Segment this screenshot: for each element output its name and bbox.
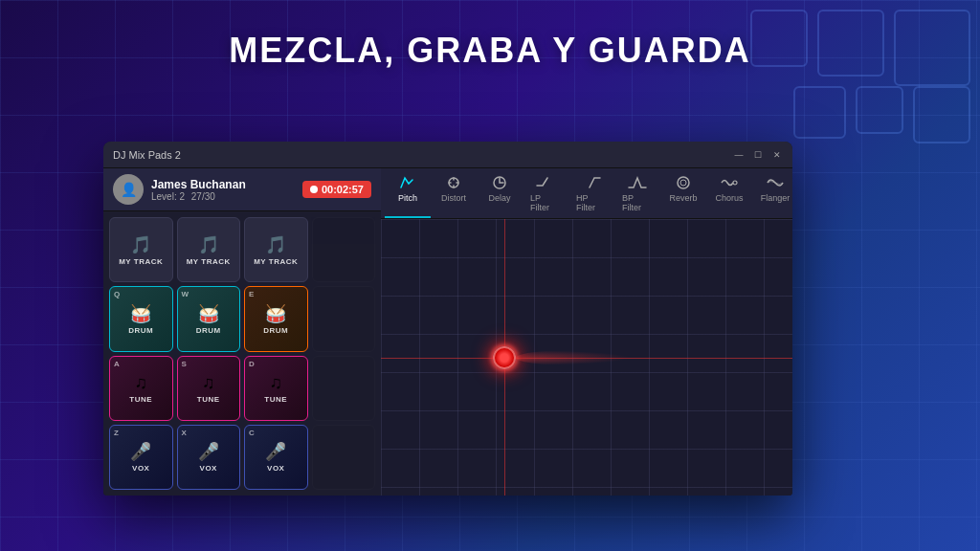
pad-icon: 🎤	[265, 441, 286, 462]
tab-pitch-label: Pitch	[398, 193, 417, 203]
pad-drum-3[interactable]: E 🥁 DRUM	[244, 286, 308, 351]
pad-label: MY TRACK	[119, 257, 163, 266]
pad-label: VOX	[267, 464, 284, 473]
pad-vox-1[interactable]: Z 🎤 VOX	[109, 425, 173, 490]
tab-reverb[interactable]: Reverb	[660, 168, 706, 218]
tab-distort-label: Distort	[441, 193, 466, 203]
pad-key: D	[249, 360, 255, 368]
pad-key: Z	[114, 429, 119, 437]
pad-icon: 🎵	[265, 234, 286, 255]
pads-grid: 🎵 MY TRACK 🎵 MY TRACK 🎵 MY TRACK Q 🥁 DRU…	[103, 211, 381, 496]
tab-reverb-label: Reverb	[669, 193, 697, 203]
pad-tune-3[interactable]: D ♫ TUNE	[244, 356, 308, 421]
pad-vox-3[interactable]: C 🎤 VOX	[244, 425, 308, 490]
pad-label: TUNE	[264, 395, 287, 404]
tab-hp-filter[interactable]: HP Filter	[568, 168, 614, 218]
pad-vox-2[interactable]: X 🎤 VOX	[177, 425, 241, 490]
app-title: DJ Mix Pads 2	[113, 149, 733, 161]
left-panel: 👤 James Buchanan Level: 2 27/30 00:02:57	[103, 168, 381, 496]
tab-delay-label: Delay	[488, 193, 510, 203]
pad-label: MY TRACK	[187, 257, 231, 266]
pad-hidden-2	[312, 286, 376, 351]
pad-label: DRUM	[263, 326, 288, 335]
tab-delay[interactable]: Delay	[477, 168, 523, 218]
pad-key: W	[182, 290, 189, 298]
pad-key: X	[182, 429, 187, 437]
main-content: 👤 James Buchanan Level: 2 27/30 00:02:57	[103, 168, 792, 496]
pad-tune-2[interactable]: S ♫ TUNE	[177, 356, 241, 421]
hp-filter-icon	[581, 174, 602, 191]
pad-drum-1[interactable]: Q 🥁 DRUM	[109, 286, 173, 351]
pad-icon: 🥁	[130, 303, 151, 324]
tab-distort[interactable]: Distort	[431, 168, 477, 218]
pad-track-3[interactable]: 🎵 MY TRACK	[244, 217, 308, 282]
pad-track-1[interactable]: 🎵 MY TRACK	[109, 217, 173, 282]
pad-key: E	[249, 290, 254, 298]
pad-label: VOX	[132, 464, 149, 473]
close-button[interactable]: ✕	[771, 149, 783, 161]
tab-bp-label: BP Filter	[622, 193, 653, 212]
pad-icon: ♫	[135, 373, 148, 393]
bg-sq-4	[913, 86, 970, 143]
pad-hidden-3	[312, 356, 376, 421]
pad-tune-1[interactable]: A ♫ TUNE	[109, 356, 173, 421]
tab-pitch[interactable]: Pitch	[385, 168, 431, 218]
xy-control-dot[interactable]	[493, 346, 516, 369]
page-title: MEZCLA, GRABA Y GUARDA	[0, 31, 980, 71]
glow-trail	[516, 350, 631, 365]
pad-key: A	[114, 360, 120, 368]
reverb-icon	[675, 174, 692, 191]
xy-pad[interactable]	[381, 219, 792, 496]
chorus-icon	[720, 174, 739, 191]
tab-hp-label: HP Filter	[576, 193, 607, 212]
user-info: James Buchanan Level: 2 27/30	[151, 178, 295, 202]
pad-label: VOX	[200, 464, 217, 473]
pad-label: DRUM	[196, 326, 221, 335]
flanger-icon	[766, 174, 785, 191]
tab-flanger-label: Flanger	[761, 193, 791, 203]
bp-filter-icon	[627, 174, 648, 191]
pad-label: TUNE	[129, 395, 152, 404]
avatar: 👤	[113, 174, 144, 205]
pad-drum-2[interactable]: W 🥁 DRUM	[177, 286, 241, 351]
svg-point-2	[678, 177, 689, 188]
minimize-button[interactable]: —	[733, 149, 745, 161]
pad-hidden-1	[312, 217, 376, 282]
pad-track-2[interactable]: 🎵 MY TRACK	[177, 217, 241, 282]
pad-icon: 🎵	[130, 234, 151, 255]
pad-icon: 🎤	[130, 441, 151, 462]
effects-tabs: Pitch Distort	[381, 168, 792, 219]
distort-icon	[445, 174, 462, 191]
pad-icon: ♫	[202, 373, 215, 393]
pad-icon: 🥁	[265, 303, 286, 324]
pad-label: TUNE	[197, 395, 220, 404]
rec-dot	[310, 186, 318, 193]
tab-flanger[interactable]: Flanger	[752, 168, 792, 218]
tab-bp-filter[interactable]: BP Filter	[614, 168, 660, 218]
app-window: DJ Mix Pads 2 — ☐ ✕ 👤 James Buchanan Lev…	[103, 142, 792, 496]
pad-icon: ♫	[270, 373, 283, 393]
tab-lp-filter[interactable]: LP Filter	[523, 168, 568, 218]
record-button[interactable]: 00:02:57	[302, 181, 371, 198]
svg-point-3	[680, 180, 686, 186]
tab-chorus[interactable]: Chorus	[706, 168, 752, 218]
user-header: 👤 James Buchanan Level: 2 27/30 00:02:57	[103, 168, 381, 211]
user-name: James Buchanan	[151, 178, 295, 191]
user-level: Level: 2 27/30	[151, 191, 295, 202]
tab-lp-label: LP Filter	[530, 193, 561, 212]
pad-label: MY TRACK	[254, 257, 298, 266]
bg-sq-6	[793, 86, 846, 139]
pad-label: DRUM	[128, 326, 153, 335]
title-bar: DJ Mix Pads 2 — ☐ ✕	[103, 142, 792, 168]
pad-hidden-4	[312, 425, 376, 490]
pad-icon: 🎤	[198, 441, 219, 462]
maximize-button[interactable]: ☐	[752, 149, 764, 161]
pad-icon: 🎵	[198, 234, 219, 255]
pad-key: S	[182, 360, 187, 368]
delay-icon	[491, 174, 508, 191]
pad-icon: 🥁	[198, 303, 219, 324]
lp-filter-icon	[535, 174, 556, 191]
window-controls: — ☐ ✕	[733, 149, 783, 161]
pad-key: C	[249, 429, 255, 437]
bg-sq-5	[856, 86, 903, 134]
